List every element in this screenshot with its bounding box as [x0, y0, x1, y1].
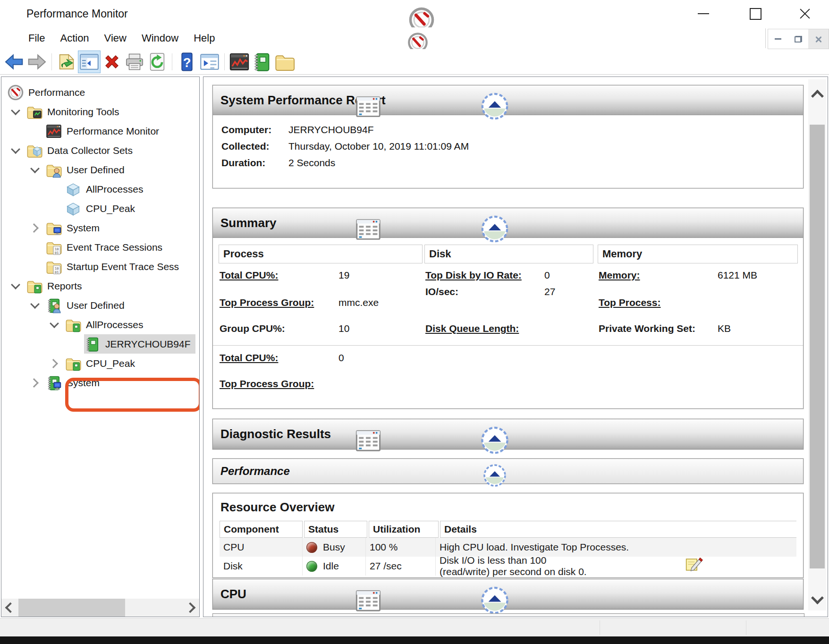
folder-button[interactable] — [273, 51, 296, 73]
help-button[interactable]: ? — [176, 51, 198, 73]
menu-view[interactable]: View — [97, 32, 134, 44]
folder-icon — [274, 51, 296, 73]
performance-logo-icon — [7, 84, 24, 101]
metric-link[interactable]: Top Disk by IO Rate: — [425, 270, 544, 281]
tree-item-user-defined-dcs[interactable]: User Defined — [1, 160, 199, 179]
menu-window[interactable]: Window — [134, 32, 186, 44]
column-header-details: Details — [440, 521, 796, 538]
summary-column-process: Process — [219, 245, 423, 263]
table-row-cpu: CPU Busy 100 % High CPU load. Investigat… — [220, 538, 796, 557]
summary-row: Top Process Group:mmc.exe — [220, 297, 379, 308]
status-bar — [0, 618, 829, 637]
chevron-right-icon[interactable] — [25, 373, 45, 392]
back-button[interactable] — [3, 51, 25, 73]
report-computer-icon — [45, 374, 62, 391]
metric-link[interactable]: Top Process Group: — [220, 378, 338, 390]
child-window-controls — [768, 29, 829, 49]
edit-note-icon[interactable] — [592, 554, 796, 573]
up-one-level-button[interactable] — [55, 51, 78, 73]
section-performance: Performance — [212, 458, 804, 484]
collapse-section-button[interactable] — [203, 585, 790, 615]
tree-item-monitoring-tools[interactable]: Monitoring Tools — [1, 102, 199, 121]
child-restore-button[interactable] — [788, 29, 809, 49]
report-content-pane: System Performance Report Computer:JERRY… — [203, 76, 828, 617]
up-one-level-icon — [56, 51, 77, 73]
performance-chart-icon — [228, 51, 250, 73]
tree-item-system-reports[interactable]: System — [1, 373, 199, 392]
scroll-left-button[interactable] — [1, 599, 17, 617]
chevron-right-icon[interactable] — [44, 354, 65, 373]
metric-link[interactable]: Total CPU%: — [220, 352, 338, 364]
collapse-section-button[interactable] — [203, 214, 790, 244]
window-title: Performance Monitor — [26, 0, 128, 27]
metric-link[interactable]: Disk Queue Length: — [425, 323, 544, 334]
chevron-down-icon[interactable] — [5, 102, 26, 121]
toolbar-separator — [224, 53, 225, 70]
folder-cubes-icon — [26, 142, 43, 159]
tree-item-cpu-peak-reports[interactable]: CPU_Peak — [1, 354, 199, 373]
section-header: Performance — [213, 459, 803, 483]
menu-help[interactable]: Help — [186, 32, 222, 44]
refresh-icon — [146, 51, 168, 73]
tree-item-system-dcs[interactable]: System — [1, 218, 199, 237]
new-window-button[interactable] — [198, 51, 221, 73]
print-button[interactable] — [123, 51, 146, 73]
tree-item-user-defined-reports[interactable]: User Defined — [1, 296, 199, 315]
collapse-section-button[interactable] — [203, 463, 790, 488]
chevron-down-icon[interactable] — [5, 141, 26, 160]
minimize-button[interactable] — [693, 3, 714, 24]
report-book-icon — [84, 336, 101, 353]
tree-item-startup-event-trace[interactable]: 1001Startup Event Trace Sess — [1, 257, 199, 276]
column-header-component: Component — [220, 521, 303, 538]
delete-button[interactable] — [101, 51, 123, 73]
tree-item-data-collector-sets[interactable]: Data Collector Sets — [1, 141, 199, 160]
metric-link[interactable]: Top Process: — [599, 297, 718, 308]
tree-item-performance-monitor[interactable]: Performance Monitor — [1, 121, 199, 141]
child-close-button[interactable] — [808, 29, 829, 49]
menu-action[interactable]: Action — [52, 32, 96, 44]
content-vertical-scrollbar[interactable] — [808, 79, 826, 610]
report-book-icon — [251, 51, 273, 73]
scroll-right-button[interactable] — [183, 599, 199, 617]
chevron-down-icon[interactable] — [44, 315, 65, 334]
cube-icon — [65, 181, 82, 198]
show-console-tree-button[interactable] — [78, 51, 101, 73]
chevron-right-icon[interactable] — [25, 218, 45, 237]
chevron-down-icon[interactable] — [5, 276, 26, 296]
metric-link[interactable]: Total CPU%: — [220, 270, 338, 281]
svg-text:01: 01 — [55, 251, 59, 254]
chevron-down-icon[interactable] — [25, 160, 45, 179]
console-tree-pane: Performance Monitoring Tools Performance… — [1, 76, 200, 617]
scroll-down-button[interactable] — [808, 589, 826, 610]
folder-report-icon — [65, 316, 82, 333]
scrollbar-thumb[interactable] — [810, 125, 825, 568]
summary-row: Total CPU%:19 — [220, 270, 349, 281]
forward-button[interactable] — [25, 51, 48, 73]
tree-item-jerrychoub94f[interactable]: JERRYCHOUB94F — [1, 334, 199, 354]
tree-item-reports[interactable]: Reports — [1, 276, 199, 296]
section-diagnostic-results: Diagnostic Results — [212, 419, 804, 449]
close-button[interactable] — [794, 3, 816, 24]
scrollbar-thumb[interactable] — [18, 599, 125, 617]
view-report-button[interactable] — [251, 51, 273, 73]
tree-item-cpu-peak-dcs[interactable]: CPU_Peak — [1, 199, 199, 218]
summary-row: Top Disk by IO Rate:0 — [425, 270, 550, 281]
tree-item-allprocesses-reports[interactable]: AllProcesses — [1, 315, 199, 334]
scroll-up-button[interactable] — [808, 83, 826, 105]
tree-item-allprocesses-dcs[interactable]: AllProcesses — [1, 179, 199, 199]
tree-item-event-trace-sessions[interactable]: 1001Event Trace Sessions — [1, 237, 199, 257]
folder-user-icon — [45, 161, 62, 178]
tree-horizontal-scrollbar[interactable] — [1, 599, 199, 617]
metric-link[interactable]: Memory: — [599, 270, 718, 281]
view-performance-chart-button[interactable] — [228, 51, 251, 73]
arrow-forward-icon — [26, 51, 48, 73]
menu-file[interactable]: File — [21, 32, 52, 44]
maximize-button[interactable] — [744, 3, 766, 24]
refresh-button[interactable] — [146, 51, 169, 73]
tree-item-performance[interactable]: Performance — [1, 83, 199, 102]
metric-link[interactable]: Top Process Group: — [220, 297, 338, 308]
chevron-down-icon[interactable] — [25, 296, 45, 315]
collapse-section-button[interactable] — [203, 425, 790, 455]
child-minimize-button[interactable] — [768, 29, 788, 49]
collapse-section-button[interactable] — [203, 92, 790, 121]
